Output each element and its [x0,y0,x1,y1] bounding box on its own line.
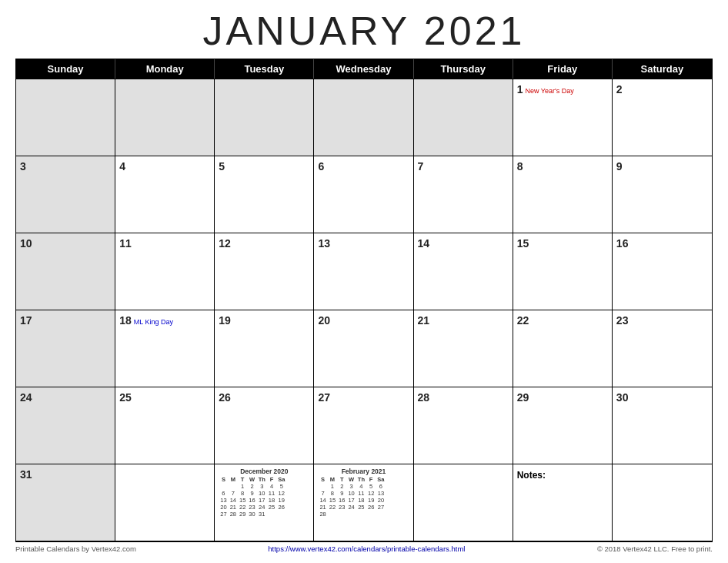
cal-cell [16,79,115,156]
cal-cell: 21 [414,310,513,387]
cal-cell: 11 [115,233,215,310]
cal-cell: 17 [16,310,115,387]
date-number: 31 [20,468,32,481]
cal-cell: 30 [613,387,712,464]
cal-cell: 15 [513,233,613,310]
cal-cell: 23 [613,310,712,387]
mini-cal-feb: February 2021SMTWThFSa123456789101112131… [318,467,409,518]
date-number: 12 [219,237,231,250]
day-header-thursday: Thursday [414,59,513,79]
date-number: 28 [418,391,430,404]
calendar-grid: 1New Year's Day2345678910111213141516171… [16,79,712,541]
cal-cell: 28 [414,387,513,464]
cal-cell: 20 [314,310,413,387]
date-number: 21 [418,314,430,327]
date-number: 8 [517,160,523,173]
notes-label: Notes: [517,470,546,481]
cal-cell: 26 [215,387,314,464]
cal-cell [215,79,314,156]
day-headers: SundayMondayTuesdayWednesdayThursdayFrid… [16,59,712,79]
date-number: 26 [219,391,231,404]
date-number: 24 [20,391,32,404]
cal-cell-31: 31 [16,464,115,541]
cal-cell: 22 [513,310,613,387]
date-number: 20 [318,314,330,327]
day-header-wednesday: Wednesday [314,59,413,79]
date-number: 16 [616,237,629,250]
date-number: 23 [616,314,629,327]
cal-cell: 10 [16,233,115,310]
cal-cell: 5 [215,156,314,233]
date-number: 3 [20,160,26,173]
date-number: 11 [119,237,132,250]
cal-cell: 6 [314,156,413,233]
date-number: 29 [517,391,529,404]
cal-cell: 29 [513,387,613,464]
holiday-label: ML King Day [134,318,173,326]
cal-cell: 27 [314,387,413,464]
cal-cell: 25 [115,387,215,464]
date-number: 7 [418,160,424,173]
date-number: 6 [318,160,324,173]
date-number: 18 [119,314,132,327]
cal-cell-lastrow-thu [414,464,513,541]
date-number: 27 [318,391,330,404]
cal-cell: 16 [613,233,712,310]
footer-left: Printable Calendars by Vertex42.com [15,545,136,553]
calendar-title: JANUARY 2021 [203,8,526,54]
footer: Printable Calendars by Vertex42.com http… [15,542,713,553]
holiday-label: New Year's Day [526,87,574,95]
cal-cell: 1New Year's Day [513,79,613,156]
cal-cell-lastrow-mon [115,464,215,541]
cal-cell: 19 [215,310,314,387]
cal-cell-lastrow-fri: Notes: [513,464,613,541]
day-header-monday: Monday [115,59,215,79]
day-header-sunday: Sunday [16,59,115,79]
cal-cell-lastrow-wed: February 2021SMTWThFSa123456789101112131… [314,464,413,541]
date-number: 15 [517,237,529,250]
date-number: 13 [318,237,330,250]
cal-cell: 7 [414,156,513,233]
day-header-tuesday: Tuesday [215,59,314,79]
cal-cell: 4 [115,156,215,233]
cal-cell: 2 [613,79,712,156]
date-number: 30 [616,391,629,404]
cal-cell [414,79,513,156]
cal-cell-lastrow-tue: December 2020SMTWThFSa123456789101112131… [215,464,314,541]
cal-cell [115,79,215,156]
cal-cell-lastrow-sat [613,464,712,541]
mini-cal-dec: December 2020SMTWThFSa123456789101112131… [219,467,309,518]
cal-cell: 14 [414,233,513,310]
date-number: 2 [616,83,623,96]
footer-link[interactable]: https://www.vertex42.com/calendars/print… [268,545,465,553]
date-number: 1 [517,83,523,96]
cal-cell: 24 [16,387,115,464]
cal-cell: 9 [613,156,712,233]
cal-cell [314,79,413,156]
date-number: 17 [20,314,32,327]
cal-cell: 3 [16,156,115,233]
cal-cell: 12 [215,233,314,310]
date-number: 10 [20,237,32,250]
footer-right: © 2018 Vertex42 LLC. Free to print. [597,545,713,553]
date-number: 14 [418,237,430,250]
cal-cell: 8 [513,156,613,233]
date-number: 5 [219,160,225,173]
day-header-saturday: Saturday [613,59,712,79]
day-header-friday: Friday [513,59,613,79]
date-number: 19 [219,314,231,327]
date-number: 9 [616,160,623,173]
date-number: 4 [119,160,125,173]
calendar: SundayMondayTuesdayWednesdayThursdayFrid… [15,59,713,542]
cal-cell: 18ML King Day [115,310,215,387]
date-number: 25 [119,391,132,404]
cal-cell: 13 [314,233,413,310]
date-number: 22 [517,314,529,327]
